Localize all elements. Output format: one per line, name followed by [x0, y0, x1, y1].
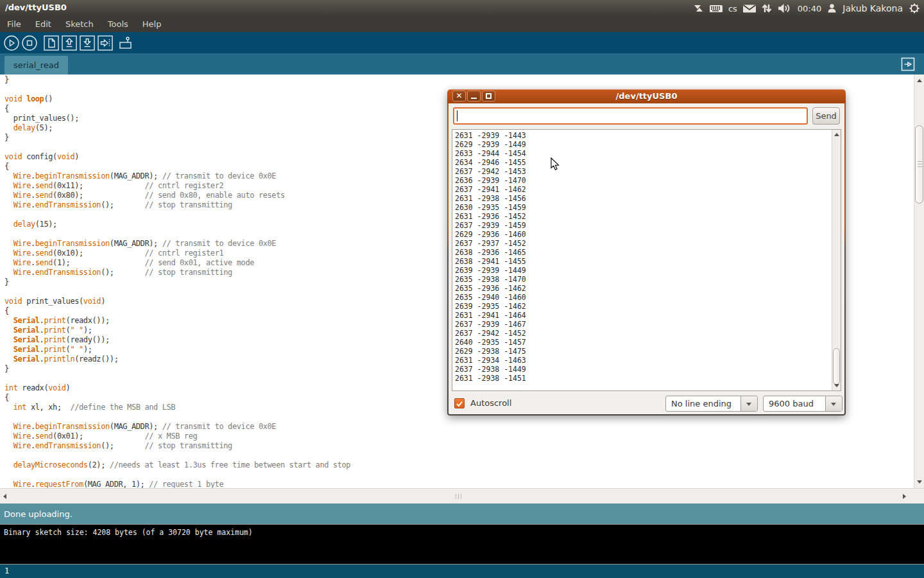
top-panel: /dev/ttyUSB0 cs 00:40 Jakub Kakona: [0, 0, 924, 17]
autoscroll-checkbox[interactable]: [454, 398, 465, 408]
code-line: [4, 210, 350, 220]
serial-monitor-window: ✕ /dev/ttyUSB0 Send 2631 -2939 -1443 262…: [447, 89, 846, 416]
code-line: Wire.send(0x11); // cntrl register2: [4, 181, 350, 191]
send-button[interactable]: Send: [812, 107, 840, 125]
menu-sketch[interactable]: Sketch: [58, 17, 101, 32]
menu-edit[interactable]: Edit: [28, 17, 58, 32]
verify-button[interactable]: [3, 35, 20, 51]
editor-horizontal-scrollbar[interactable]: [0, 488, 914, 504]
serial-window-titlebar[interactable]: ✕ /dev/ttyUSB0: [447, 89, 846, 103]
code-line: Serial.println(readz());: [4, 355, 350, 364]
new-sketch-button[interactable]: [43, 35, 60, 51]
menu-tools[interactable]: Tools: [101, 17, 135, 32]
baud-dropdown-button[interactable]: [825, 396, 842, 411]
volume-icon[interactable]: [778, 3, 792, 13]
code-line: [4, 412, 350, 422]
upload-button[interactable]: [97, 35, 114, 51]
screen: /dev/ttyUSB0 cs 00:40 Jakub Kakona File …: [0, 0, 924, 578]
code-line: int xl, xh; //define the MSB and LSB: [4, 403, 350, 412]
code-line: delayMicroseconds(2); //needs at least 1…: [4, 460, 350, 470]
menu-file[interactable]: File: [6, 17, 28, 32]
baud-rate-value: 9600 baud: [769, 399, 814, 408]
menubar: File Edit Sketch Tools Help: [0, 17, 924, 32]
code-line: }: [4, 277, 350, 287]
code-line: void config(void): [4, 152, 350, 162]
tab-strip: serial_read: [0, 53, 924, 74]
serial-input-field[interactable]: [453, 107, 808, 125]
serial-monitor-button[interactable]: [117, 35, 134, 51]
user-name[interactable]: Jakub Kakona: [843, 3, 903, 13]
menu-help[interactable]: Help: [135, 17, 169, 32]
clock[interactable]: 00:40: [798, 4, 821, 13]
text-caret: [457, 110, 458, 121]
network-icon[interactable]: [762, 3, 772, 13]
save-sketch-button[interactable]: [79, 35, 96, 51]
line-ending-value: No line ending: [671, 399, 732, 408]
code-line: {: [4, 306, 350, 316]
scroll-left-arrow[interactable]: [3, 494, 6, 499]
serial-scrollbar-thumb[interactable]: [833, 348, 840, 385]
code-line: Wire.requestFrom(MAG_ADDR, 1); // reques…: [4, 480, 350, 488]
baud-rate-dropdown[interactable]: 9600 baud: [763, 396, 843, 412]
autoscroll-label[interactable]: Autoscroll: [470, 398, 511, 408]
code-line: [4, 229, 350, 239]
code-line: }: [4, 75, 350, 85]
tab-menu-button[interactable]: [901, 57, 915, 71]
scroll-up-arrow[interactable]: [917, 79, 922, 82]
code-line: Wire.endTransmission(); // stop transmit…: [4, 200, 350, 210]
keyboard-layout-label[interactable]: cs: [728, 4, 737, 13]
code-line: print_values();: [4, 114, 350, 123]
line-number-indicator: 1: [4, 566, 9, 575]
tab-serial-read[interactable]: serial_read: [4, 56, 68, 74]
code-line: Wire.endTransmission(); // stop transmit…: [4, 441, 350, 451]
code-line: [4, 470, 350, 480]
serial-window-body: Send 2631 -2939 -1443 2629 -2939 -1449 2…: [449, 103, 844, 414]
status-message: Done uploading.: [4, 509, 73, 519]
code-line: Wire.beginTransmission(MAG_ADDR); // tra…: [4, 171, 350, 181]
code-line: int readx(void): [4, 383, 350, 393]
mail-icon[interactable]: [743, 3, 756, 13]
notifications-icon[interactable]: [693, 3, 704, 13]
code-line: Serial.print(ready());: [4, 335, 350, 345]
mouse-cursor: [551, 157, 561, 174]
line-ending-dropdown[interactable]: No line ending: [665, 396, 758, 412]
serial-controls-row: Autoscroll No line ending 9600 baud: [449, 396, 844, 412]
code-line: {: [4, 162, 350, 171]
serial-scroll-up-arrow[interactable]: [834, 133, 839, 136]
user-icon[interactable]: [827, 3, 837, 13]
panel-window-title: /dev/ttyUSB0: [5, 3, 67, 12]
code-line: Serial.print(" ");: [4, 345, 350, 355]
scroll-right-arrow[interactable]: [903, 494, 906, 499]
serial-output-text: 2631 -2939 -1443 2629 -2939 -1449 2633 -…: [455, 131, 526, 383]
code-line: Wire.endTransmission(); // stop transmit…: [4, 268, 350, 277]
code-line: Wire.send(0x80); // send 0x80, enable au…: [4, 191, 350, 200]
line-ending-dropdown-button[interactable]: [740, 396, 757, 411]
serial-scrollbar[interactable]: [832, 130, 841, 390]
code-line: Wire.beginTransmission(MAG_ADDR); // tra…: [4, 239, 350, 249]
open-sketch-button[interactable]: [61, 35, 78, 51]
console-output: Binary sketch size: 4208 bytes (of a 307…: [0, 524, 924, 565]
code-line: }: [4, 364, 350, 374]
serial-scroll-down-arrow[interactable]: [834, 384, 839, 387]
vertical-scrollbar-thumb[interactable]: [915, 125, 923, 204]
code-line: }: [4, 133, 350, 143]
scrollbar-corner: [914, 488, 924, 504]
editor-vertical-scrollbar[interactable]: [914, 74, 924, 488]
code-line: delay(5);: [4, 123, 350, 133]
code-line: [4, 143, 350, 152]
code-line: void loop(): [4, 94, 350, 104]
code-line: delay(15);: [4, 220, 350, 229]
code-line: [4, 85, 350, 94]
bottom-strip: 1: [0, 565, 924, 578]
keyboard-layout-icon[interactable]: [710, 3, 723, 13]
session-gear-icon[interactable]: [909, 3, 920, 14]
serial-window-title: /dev/ttyUSB0: [447, 91, 846, 101]
code-line: Wire.send(0x10); // cntrl register1: [4, 249, 350, 258]
stop-button[interactable]: [21, 35, 38, 51]
code-line: {: [4, 104, 350, 114]
system-tray: cs 00:40 Jakub Kakona: [693, 0, 920, 17]
code-line: Serial.print(readx());: [4, 316, 350, 326]
scroll-down-arrow[interactable]: [917, 480, 922, 484]
toolbar: [0, 32, 924, 53]
serial-output-area[interactable]: 2631 -2939 -1443 2629 -2939 -1449 2633 -…: [452, 129, 841, 391]
